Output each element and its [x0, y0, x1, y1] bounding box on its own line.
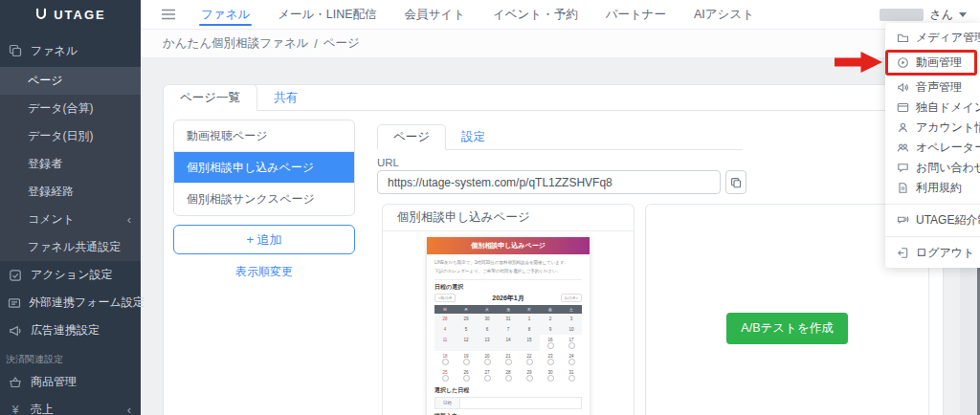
user-menu-trigger[interactable]: さん [880, 7, 967, 23]
nav-tab-event-booking[interactable]: イベント・予約 [493, 0, 578, 29]
nav-tab-ai-assist[interactable]: AIアシスト [694, 0, 754, 29]
megaphone-icon [8, 324, 23, 338]
menu-item-terms[interactable]: 利用規約 [885, 178, 980, 198]
sidebar-item-product-management[interactable]: 商品管理 [0, 368, 141, 396]
sidebar-item-label: 登録者 [28, 156, 62, 172]
tab-detail-page[interactable]: ページ [377, 124, 446, 150]
calendar-day[interactable]: 18 [434, 351, 456, 367]
menu-item-account-info[interactable]: アカウント情報 [885, 118, 980, 138]
sidebar-item-action-settings[interactable]: アクション設定 [0, 261, 141, 289]
divider [434, 279, 582, 280]
calendar-day[interactable]: 24 [561, 351, 582, 367]
sidebar-item-data-total[interactable]: データ(合算) [0, 95, 141, 122]
calendar-day: 2 [540, 314, 561, 324]
calendar-day[interactable]: 17 [561, 335, 582, 351]
calendar-row: 28 29 30 31 1 2 3 [434, 314, 582, 324]
calendar-day[interactable]: 28 [498, 367, 519, 383]
page-preview-thumbnail[interactable]: 個別相談申し込みページ LINE友だち限定で、1時間30分の無料個別相談会を開催… [427, 237, 590, 415]
sidebar-item-comments[interactable]: コメント‹ [0, 206, 141, 233]
breadcrumb-current: ページ [323, 35, 360, 52]
nav-tab-mail-line[interactable]: メール・LINE配信 [278, 0, 376, 29]
main-card: ページ一覧 共有 動画視聴ページ 個別相談申し込みページ 個別相談サンクスページ… [163, 84, 944, 415]
nav-tab-funnel[interactable]: ファネル [201, 0, 250, 29]
nav-tab-member-site[interactable]: 会員サイト [405, 0, 465, 29]
sidebar-item-pages[interactable]: ページ [0, 67, 141, 95]
sidebar-item-label: データ(日別) [28, 128, 94, 144]
calendar-weekday-row: 日 月 火 水 木 金 土 [434, 305, 582, 314]
menu-item-contact[interactable]: お問い合わせ [885, 158, 980, 178]
menu-divider [885, 204, 980, 205]
folder-icon [897, 32, 909, 44]
menu-item-referral-program[interactable]: UTAGE紹介制度 [885, 210, 980, 230]
sidebar-item-data-daily[interactable]: データ(日別) [0, 122, 141, 150]
sidebar-item-external-form-settings[interactable]: 外部連携フォーム設定 [0, 289, 141, 317]
calendar-day[interactable]: 30 [540, 367, 561, 383]
weekday-label: 日 [434, 305, 456, 314]
chevron-collapse-icon: ‹ [127, 403, 131, 415]
calendar-day[interactable]: 22 [519, 351, 540, 367]
menu-item-operator-management[interactable]: オペレーター管理 [885, 138, 980, 158]
weekday-label: 月 [456, 305, 477, 314]
calendar-day[interactable]: 31 [561, 367, 582, 383]
page-item-consult-apply[interactable]: 個別相談申し込みページ [174, 152, 354, 184]
calendar-day: 31 [498, 314, 519, 324]
sidebar-item-ad-settings[interactable]: 広告連携設定 [0, 317, 141, 344]
preview-intro-line2: 下記のカレンダーより、ご希望の時間を選択しご予約ください。 [434, 267, 582, 275]
nav-tab-partner[interactable]: パートナー [606, 0, 666, 29]
calendar-day: 30 [477, 314, 498, 324]
url-input[interactable]: https://utage-system.com/p/qTL1ZZSHVFq8 [377, 170, 721, 194]
breadcrumb-funnel[interactable]: かんたん個別相談ファネル [163, 35, 308, 52]
tab-page-list[interactable]: ページ一覧 [163, 84, 257, 111]
sidebar-item-sales[interactable]: ¥ 売上 ‹ [0, 396, 141, 415]
brand-logo[interactable]: UTAGE [0, 0, 141, 29]
utage-logo-icon [34, 8, 48, 21]
hamburger-menu-icon[interactable] [161, 8, 176, 21]
reorder-link[interactable]: 表示順変更 [173, 264, 355, 280]
menu-item-custom-domain[interactable]: 独自ドメイン管理 [885, 98, 980, 118]
preview-intro-line1: LINE友だち限定で、1時間30分の無料個別相談会を開催しています。 [434, 258, 582, 267]
calendar-row: 4 5 6 7 8 9 10 [434, 324, 582, 335]
calendar-day: 9 [540, 324, 561, 335]
calendar-day[interactable]: 19 [456, 351, 477, 367]
browser-window-icon [897, 101, 909, 114]
calendar-day[interactable]: 27 [477, 367, 498, 383]
calendar-day[interactable]: 25 [434, 367, 456, 383]
sidebar-item-label: 登録経路 [28, 184, 74, 200]
menu-item-logout[interactable]: ログアウト [885, 243, 980, 263]
page-list-box: 動画視聴ページ 個別相談申し込みページ 個別相談サンクスページ [173, 120, 355, 216]
copy-url-button[interactable] [725, 170, 746, 194]
detail-tabs: ページ 設定 [377, 124, 743, 150]
menu-item-label: オペレーター管理 [916, 140, 980, 156]
page-item-label: 個別相談サンクスページ [187, 191, 315, 208]
brand-logo-text: UTAGE [54, 8, 106, 22]
menu-item-media-management[interactable]: メディア管理 [885, 28, 980, 48]
tab-share[interactable]: 共有 [257, 85, 314, 110]
menu-item-label: お問い合わせ [916, 160, 980, 176]
page-item-consult-thanks[interactable]: 個別相談サンクスページ [174, 184, 354, 215]
user-icon [897, 121, 909, 134]
menu-item-video-management[interactable]: 動画管理 [885, 50, 977, 76]
calendar-day[interactable]: 26 [456, 367, 477, 383]
calendar-day[interactable]: 20 [477, 351, 498, 367]
calendar-day[interactable]: 21 [498, 351, 519, 367]
create-ab-test-button[interactable]: A/Bテストを作成 [726, 313, 847, 344]
selected-datetime-row: 日時 [434, 397, 582, 409]
card-tabs: ページ一覧 共有 [164, 85, 943, 111]
sidebar-item-registrants[interactable]: 登録者 [0, 150, 141, 178]
calendar-day: 7 [498, 324, 519, 335]
page-item-video[interactable]: 動画視聴ページ [174, 120, 354, 152]
sidebar-item-funnel[interactable]: ファネル [0, 34, 141, 67]
tab-detail-settings[interactable]: 設定 [446, 124, 501, 149]
calendar-next-button[interactable]: 次の月> [561, 294, 582, 302]
calendar-prev-button[interactable]: <前の月 [434, 294, 456, 302]
calendar-day[interactable]: 29 [519, 367, 540, 383]
calendar-day: 1 [519, 314, 540, 324]
play-circle-icon [897, 56, 909, 69]
calendar-day[interactable]: 23 [540, 351, 561, 367]
add-page-button[interactable]: + 追加 [173, 225, 355, 254]
calendar-day[interactable]: 16 [540, 335, 561, 351]
sidebar-item-funnel-common-settings[interactable]: ファネル共通設定 [0, 233, 141, 261]
menu-item-label: ログアウト [916, 245, 974, 261]
menu-item-audio-management[interactable]: 音声管理 [885, 77, 980, 98]
sidebar-item-registration-route[interactable]: 登録経路 [0, 178, 141, 206]
